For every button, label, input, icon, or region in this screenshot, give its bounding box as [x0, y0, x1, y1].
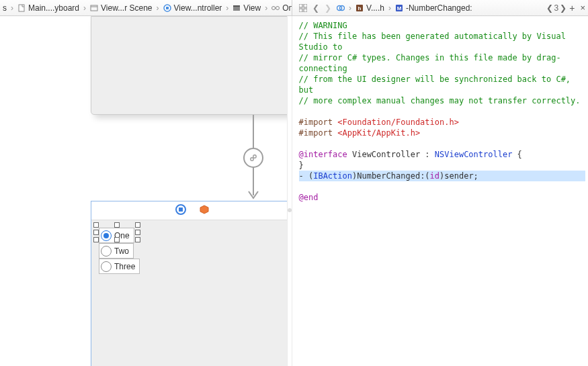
crumb-view[interactable]: View [230, 3, 263, 13]
code-keyword: @interface [299, 150, 347, 159]
chevron-right-icon: › [265, 3, 267, 13]
code-comment: // more complex manual changes may not t… [299, 96, 581, 105]
left-breadcrumb-bar: s › Main....yboard › View...r Scene › Vi… [0, 3, 292, 13]
code-comment: // mirror C# types. Changes in this file… [299, 53, 561, 73]
segue-arrowhead-icon [247, 175, 259, 201]
nav-forward-icon[interactable]: ❯ [322, 3, 334, 13]
right-breadcrumb-bar: ❮ ❯ › h V....h › M -NumberChanged: ❮ 3 ❯… [292, 3, 588, 13]
radio-label: Three [114, 262, 135, 271]
connection-port-icon[interactable] [288, 208, 292, 212]
svg-text:M: M [397, 5, 402, 11]
code-import: <AppKit/AppKit.h> [337, 128, 420, 138]
controller-dock-icon[interactable] [175, 204, 186, 217]
nav-back-icon[interactable]: ❮ [310, 3, 322, 13]
header-file-icon: h [355, 4, 364, 12]
crumb-storyboard[interactable]: Main....yboard [15, 3, 82, 13]
code-import: <Foundation/Foundation.h> [337, 118, 459, 127]
radio-label: Two [114, 246, 129, 256]
radio-label: One [114, 231, 130, 240]
code-keyword: @end [299, 193, 319, 202]
code-text: - ( [299, 171, 314, 181]
radio-three[interactable]: Three [99, 259, 140, 274]
code-editor[interactable]: // WARNING // This file has been generat… [292, 16, 589, 366]
crumb-radio-one[interactable]: One [269, 3, 292, 13]
canvas-existing-view[interactable] [91, 16, 287, 115]
top-toolbar: s › Main....yboard › View...r Scene › Vi… [0, 0, 588, 16]
editor-gutter[interactable] [287, 16, 292, 366]
controller-icon [163, 4, 171, 12]
svg-rect-14 [304, 9, 307, 12]
method-icon: M [395, 4, 403, 12]
crumb-scene[interactable]: View...r Scene [87, 3, 155, 13]
first-responder-dock-icon[interactable] [200, 205, 209, 216]
svg-rect-4 [166, 7, 169, 9]
code-keyword: id [430, 171, 439, 181]
code-text: { [512, 150, 521, 159]
add-assistant-icon[interactable]: + [566, 3, 577, 13]
radio-dot-icon [101, 246, 112, 257]
svg-rect-13 [299, 9, 302, 12]
close-assistant-icon[interactable]: × [577, 3, 588, 13]
document-icon [17, 4, 26, 12]
interface-builder-canvas[interactable]: One Two Three [0, 16, 287, 366]
svg-rect-6 [233, 5, 240, 7]
code-text: )sender; [439, 171, 478, 181]
svg-point-22 [253, 155, 256, 158]
view-icon [233, 4, 241, 12]
crumb-suffix[interactable]: s [0, 3, 9, 13]
svg-text:h: h [358, 5, 362, 11]
crumb-controller[interactable]: View...ntroller [161, 3, 225, 13]
main-area: One Two Three // WARNING // This file ha… [0, 16, 588, 366]
crumb-method[interactable]: M -NumberChanged: [392, 3, 475, 13]
counterparts-icon [337, 4, 345, 12]
chevron-right-icon: › [83, 3, 86, 13]
svg-point-8 [276, 6, 280, 9]
radio-dot-icon [101, 261, 112, 272]
canvas-new-view[interactable]: One Two Three [91, 201, 287, 366]
counterpart-stepper: ❮ 3 ❯ [546, 3, 567, 13]
svg-rect-1 [91, 5, 97, 11]
radio-dot-icon [101, 230, 112, 241]
stepper-prev-icon[interactable]: ❮ [546, 3, 553, 13]
related-items-icon[interactable] [296, 4, 310, 12]
crumb-counterparts[interactable] [334, 4, 347, 12]
svg-point-7 [272, 6, 276, 9]
code-directive: #import [299, 118, 338, 127]
radio-two[interactable]: Two [99, 243, 134, 259]
code-type: IBAction [313, 171, 352, 181]
crumb-header-file[interactable]: h V....h [353, 3, 387, 13]
svg-rect-12 [304, 4, 307, 7]
code-comment: // WARNING [299, 21, 347, 30]
code-type: NSViewController [435, 150, 513, 159]
code-text: )NumberChanged:( [352, 171, 430, 181]
chevron-right-icon: › [11, 3, 13, 13]
chevron-right-icon: › [349, 3, 351, 13]
chevron-right-icon: › [388, 3, 391, 13]
code-text: } [299, 161, 304, 170]
svg-rect-25 [179, 208, 183, 212]
svg-rect-0 [19, 5, 24, 11]
scene-dock [91, 201, 287, 220]
code-directive: #import [299, 128, 338, 138]
chevron-right-icon: › [226, 3, 228, 13]
radio-one[interactable]: One [99, 228, 134, 243]
code-comment: // from the UI designer will be synchron… [299, 75, 576, 95]
scene-icon [90, 4, 98, 12]
svg-point-21 [251, 158, 253, 161]
svg-rect-11 [299, 4, 302, 7]
radio-node-icon [271, 4, 280, 12]
stepper-value: 3 [554, 3, 559, 13]
code-highlighted-line: - (IBAction)NumberChanged:(id)sender; [299, 171, 586, 181]
segue-handle-icon[interactable] [243, 148, 263, 168]
radio-group: One Two Three [99, 228, 140, 274]
stepper-next-icon[interactable]: ❯ [560, 3, 566, 13]
chevron-right-icon: › [157, 3, 159, 13]
code-text: ViewController : [347, 150, 435, 159]
code-comment: // This file has been generated automati… [299, 32, 571, 52]
